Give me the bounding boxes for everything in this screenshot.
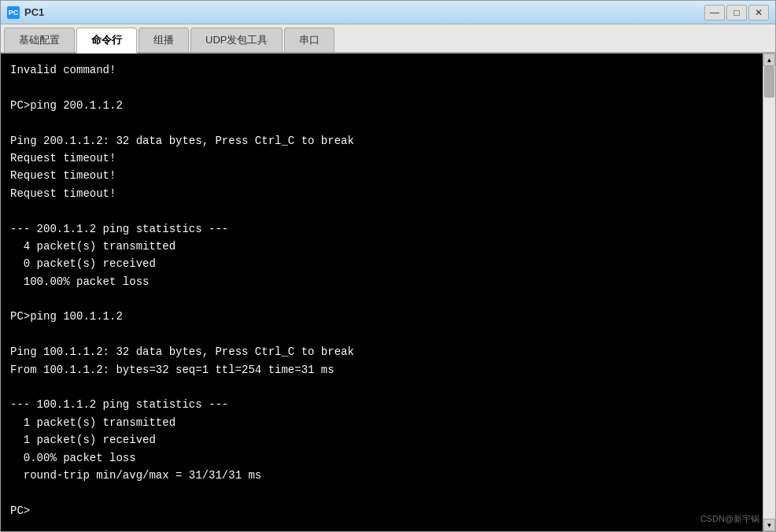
- maximize-button[interactable]: □: [726, 5, 747, 20]
- scroll-down-button[interactable]: ▼: [763, 519, 775, 531]
- scroll-thumb[interactable]: [764, 66, 774, 98]
- title-bar: PC PC1 — □ ✕: [1, 1, 775, 24]
- main-window: PC PC1 — □ ✕ 基础配置 命令行 组播 UDP发包工具 串口 Inva…: [0, 0, 776, 532]
- window-icon: PC: [7, 6, 20, 19]
- title-bar-buttons: — □ ✕: [704, 5, 769, 20]
- tab-command-line[interactable]: 命令行: [76, 28, 137, 54]
- scrollbar: ▲ ▼: [763, 54, 775, 531]
- window-title: PC1: [24, 6, 704, 18]
- tab-basic-config[interactable]: 基础配置: [4, 28, 75, 52]
- tab-udp-tool[interactable]: UDP发包工具: [190, 28, 283, 52]
- scroll-track[interactable]: [763, 66, 775, 519]
- tab-multicast[interactable]: 组播: [139, 28, 189, 52]
- tab-serial[interactable]: 串口: [284, 28, 334, 52]
- tab-bar: 基础配置 命令行 组播 UDP发包工具 串口: [1, 24, 775, 54]
- minimize-button[interactable]: —: [704, 5, 725, 20]
- close-button[interactable]: ✕: [748, 5, 769, 20]
- terminal-output[interactable]: Invalid command! PC>ping 200.1.1.2 Ping …: [1, 54, 763, 531]
- terminal-area: Invalid command! PC>ping 200.1.1.2 Ping …: [1, 54, 775, 531]
- scroll-up-button[interactable]: ▲: [763, 54, 775, 66]
